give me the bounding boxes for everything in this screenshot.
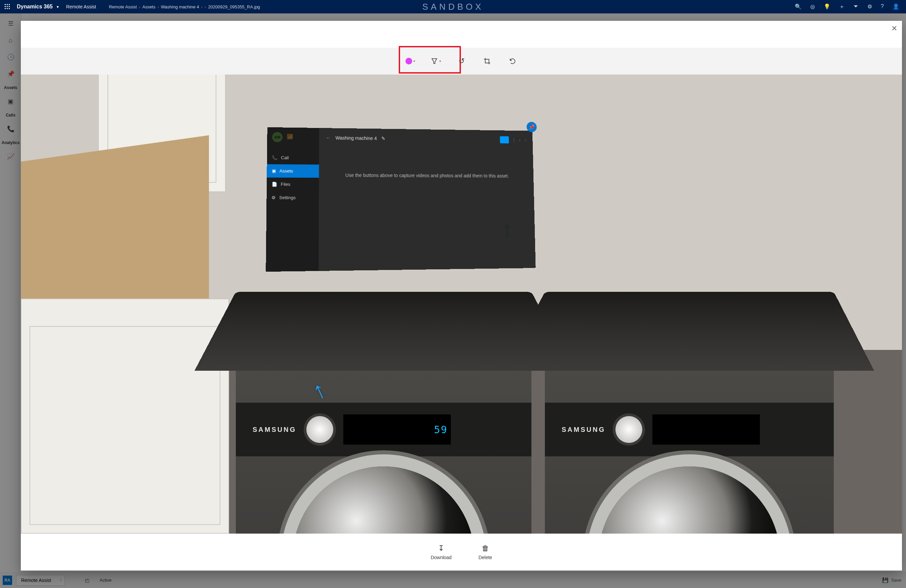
chevron-right-icon: › bbox=[139, 4, 140, 10]
holo-asset-title: Washing machine 4 bbox=[336, 135, 377, 141]
undo-button[interactable]: ↺ bbox=[454, 53, 469, 69]
holo-empty-message: Use the buttons above to capture videos … bbox=[326, 172, 527, 179]
add-icon[interactable]: ＋ bbox=[839, 3, 845, 10]
cube-icon: ▣ bbox=[272, 168, 276, 173]
holo-nav-files: 📄Files bbox=[267, 178, 319, 191]
hololens-panel: 📌 AM 📶 📞Call ▣Assets 📄Files ⚙Settings ← … bbox=[266, 127, 536, 272]
color-dot-icon bbox=[405, 58, 412, 64]
files-icon: 📄 bbox=[272, 182, 278, 187]
svg-rect-5 bbox=[9, 6, 10, 7]
rotate-button[interactable] bbox=[505, 53, 520, 69]
breadcrumb: Remote Assist › Assets › Washing machine… bbox=[109, 4, 260, 10]
edit-icon: ✎ bbox=[381, 135, 386, 141]
photo-cabinets bbox=[21, 298, 229, 534]
crop-button[interactable] bbox=[479, 53, 495, 69]
washer-brand: SAMSUNG bbox=[253, 426, 296, 433]
breadcrumb-item[interactable]: Remote Assist bbox=[109, 4, 137, 10]
search-icon[interactable]: 🔍 bbox=[795, 3, 802, 10]
download-label: Download bbox=[431, 555, 451, 560]
holo-nav-label: Call bbox=[281, 155, 289, 160]
app-name[interactable]: Remote Assist bbox=[66, 4, 96, 10]
svg-rect-4 bbox=[7, 6, 8, 7]
product-switcher[interactable]: Dynamics 365 bbox=[17, 4, 59, 10]
holo-nav-label: Files bbox=[281, 182, 290, 187]
filter-icon[interactable]: ⏷ bbox=[853, 3, 859, 10]
nav-right: 🔍 ◎ 💡 ＋ ⏷ ⚙ ? 👤 bbox=[795, 3, 906, 10]
divider: | bbox=[513, 137, 515, 142]
modal-actions: ↧ Download 🗑 Delete bbox=[21, 534, 902, 570]
hololens-sidebar: 📞Call ▣Assets 📄Files ⚙Settings bbox=[266, 127, 319, 272]
nav-left: Dynamics 365 Remote Assist Remote Assist… bbox=[0, 2, 260, 11]
breadcrumb-item[interactable]: 20200929_095355_RA.jpg bbox=[208, 4, 260, 10]
download-icon: ↧ bbox=[438, 544, 444, 553]
chevron-left-icon: ‹ bbox=[519, 137, 521, 142]
app-launcher-icon[interactable] bbox=[3, 2, 12, 11]
svg-rect-6 bbox=[5, 8, 6, 9]
holo-nav-assets: ▣Assets bbox=[267, 164, 319, 178]
dryer-dial bbox=[616, 416, 642, 443]
delete-label: Delete bbox=[479, 555, 492, 560]
trash-icon: 🗑 bbox=[482, 544, 489, 553]
image-viewer-modal: ✕ ↺ SAMSUNG bbox=[21, 21, 902, 570]
ink-tool-button[interactable] bbox=[428, 53, 444, 69]
holo-nav-call: 📞Call bbox=[267, 151, 319, 164]
svg-rect-8 bbox=[9, 8, 10, 9]
washer-dial bbox=[306, 416, 333, 443]
gear-icon[interactable]: ⚙ bbox=[868, 3, 872, 10]
breadcrumb-item[interactable]: Washing machine 4 bbox=[161, 4, 199, 10]
download-button[interactable]: ↧ Download bbox=[431, 544, 451, 560]
back-icon: ← bbox=[326, 135, 330, 140]
holo-nav-label: Settings bbox=[279, 195, 296, 200]
view-toggle bbox=[500, 136, 509, 143]
profile-icon[interactable]: 👤 bbox=[893, 3, 899, 10]
gear-icon: ⚙ bbox=[271, 195, 276, 200]
svg-rect-1 bbox=[7, 4, 8, 5]
photo-washer-left: SAMSUNG 59 bbox=[236, 292, 531, 534]
dryer-display bbox=[652, 414, 760, 445]
chevron-right-icon: › bbox=[204, 4, 206, 10]
annotation-toolbar: ↺ bbox=[21, 48, 902, 75]
image-canvas[interactable]: SAMSUNG 59 SAMSUNG ↑ ↑ 📌 AM 📶 📞Call bbox=[21, 75, 902, 534]
chevron-right-icon: › bbox=[201, 4, 203, 10]
global-nav: Dynamics 365 Remote Assist Remote Assist… bbox=[0, 0, 906, 13]
environment-badge: SANDBOX bbox=[422, 2, 484, 12]
dryer-door bbox=[599, 467, 780, 534]
task-icon[interactable]: ◎ bbox=[810, 3, 815, 10]
holo-nav-settings: ⚙Settings bbox=[266, 191, 319, 204]
svg-rect-7 bbox=[7, 8, 8, 9]
close-icon[interactable]: ✕ bbox=[891, 24, 897, 33]
holo-nav-label: Assets bbox=[279, 168, 293, 173]
modal-header-gap bbox=[21, 21, 902, 48]
dryer-brand: SAMSUNG bbox=[561, 426, 605, 433]
phone-icon: 📞 bbox=[272, 155, 278, 160]
color-picker-button[interactable] bbox=[403, 53, 418, 69]
lightbulb-icon[interactable]: 💡 bbox=[824, 3, 830, 10]
svg-rect-2 bbox=[9, 4, 10, 5]
help-icon[interactable]: ? bbox=[881, 3, 884, 10]
hololens-main: ← Washing machine 4 ✎ | ‹ › Use the butt… bbox=[319, 128, 536, 271]
svg-rect-3 bbox=[5, 6, 6, 7]
washer-display: 59 bbox=[343, 414, 451, 445]
chevron-right-icon: › bbox=[525, 137, 526, 142]
delete-button[interactable]: 🗑 Delete bbox=[479, 544, 492, 560]
photo-dryer: SAMSUNG bbox=[545, 292, 834, 534]
washer-door bbox=[293, 467, 474, 534]
breadcrumb-item[interactable]: Assets bbox=[142, 4, 156, 10]
svg-rect-0 bbox=[5, 4, 6, 5]
chevron-right-icon: › bbox=[158, 4, 159, 10]
